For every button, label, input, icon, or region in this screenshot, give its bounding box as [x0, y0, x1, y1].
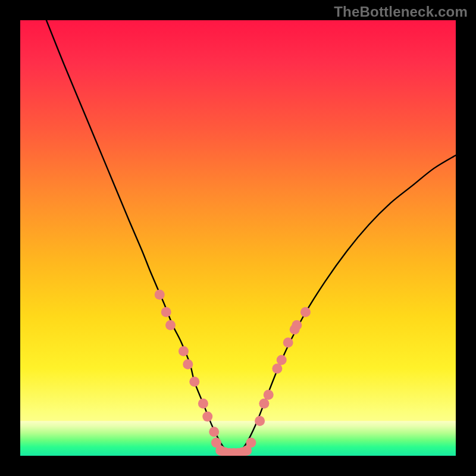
plot-area [20, 20, 456, 456]
chart-svg [20, 20, 456, 456]
chart-frame: TheBottleneck.com [0, 0, 476, 476]
marker-dot [189, 377, 199, 387]
marker-dot [283, 337, 293, 347]
marker-dot [264, 390, 274, 400]
marker-dot [198, 399, 208, 409]
gradient-background [20, 20, 456, 456]
marker-dot [292, 320, 302, 330]
marker-dot [209, 427, 219, 437]
marker-dot [277, 355, 287, 365]
marker-dot [178, 346, 189, 356]
watermark-text: TheBottleneck.com [334, 4, 468, 20]
marker-dot [183, 359, 193, 369]
marker-dot [272, 364, 282, 374]
marker-dot [165, 320, 176, 330]
marker-dot [259, 399, 269, 409]
marker-dot [155, 290, 165, 300]
marker-dot [300, 307, 311, 317]
marker-dot [246, 438, 256, 448]
marker-dot [202, 412, 212, 422]
marker-dot [255, 416, 265, 426]
marker-dot [161, 307, 171, 317]
